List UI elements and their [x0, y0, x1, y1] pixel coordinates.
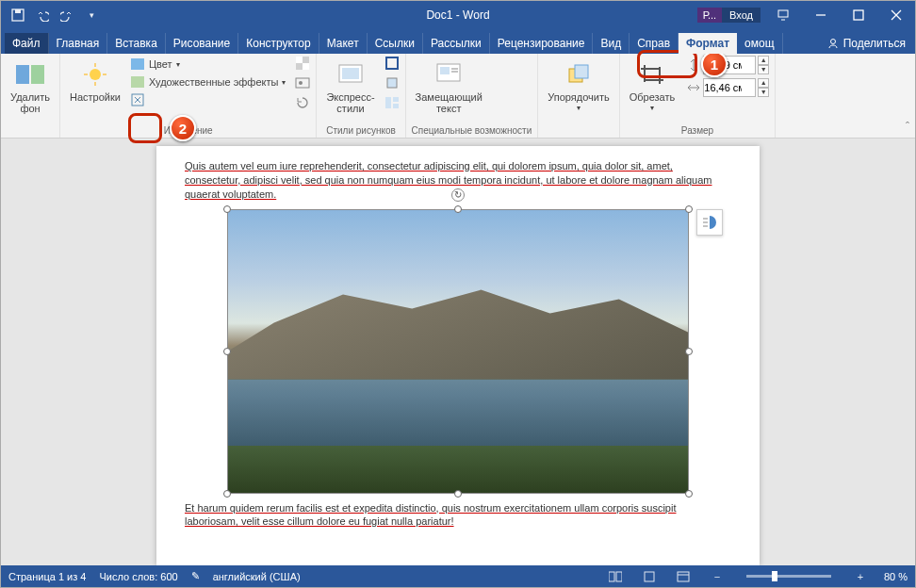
change-picture-icon[interactable]: [295, 75, 310, 90]
rotate-handle[interactable]: ↻: [451, 188, 465, 202]
zoom-value[interactable]: 80 %: [884, 571, 908, 582]
group-picture-styles: Экспресс- стили Стили рисунков: [317, 54, 405, 138]
svg-rect-2: [778, 10, 788, 17]
svg-rect-24: [342, 68, 359, 79]
resize-handle-tl[interactable]: [223, 205, 231, 213]
svg-rect-25: [386, 57, 398, 69]
page: Quis autem vel eum iure reprehenderit, c…: [156, 146, 760, 565]
resize-handle-tc[interactable]: [454, 205, 462, 213]
svg-rect-27: [385, 97, 391, 108]
svg-rect-41: [645, 572, 654, 581]
share-label: Поделиться: [843, 37, 906, 50]
status-proofing-icon[interactable]: ✎: [191, 570, 200, 582]
svg-rect-42: [678, 572, 689, 581]
zoom-slider[interactable]: [746, 575, 831, 578]
undo-icon[interactable]: [35, 8, 50, 23]
tab-home[interactable]: Главная: [49, 33, 108, 54]
tab-file[interactable]: Файл: [5, 33, 49, 54]
resize-handle-bl[interactable]: [223, 490, 231, 498]
width-field[interactable]: [703, 78, 756, 97]
alt-text-icon: [433, 59, 464, 90]
resize-handle-ml[interactable]: [223, 348, 231, 355]
close-icon[interactable]: [877, 1, 915, 29]
zoom-out-icon[interactable]: −: [707, 568, 728, 585]
status-page[interactable]: Страница 1 из 4: [8, 571, 86, 582]
compress-reset-row: [128, 91, 287, 108]
tab-format[interactable]: Формат: [679, 33, 737, 54]
view-web-icon[interactable]: [673, 568, 694, 585]
color-button[interactable]: Цвет▾: [128, 56, 287, 73]
tab-references[interactable]: Ссылки: [368, 33, 423, 54]
layout-options-icon: [701, 214, 718, 231]
tab-design[interactable]: Конструктор: [238, 33, 319, 54]
resize-handle-bc[interactable]: [454, 490, 462, 498]
status-language[interactable]: английский (США): [213, 571, 301, 582]
signin-button[interactable]: Вход: [722, 8, 761, 23]
maximize-icon[interactable]: [840, 1, 877, 29]
height-up[interactable]: ▲: [758, 56, 769, 65]
share-button[interactable]: Поделиться: [817, 33, 915, 54]
group-styles-label: Стили рисунков: [322, 125, 399, 138]
quick-styles-button[interactable]: Экспресс- стили: [322, 56, 378, 114]
svg-point-10: [90, 69, 101, 80]
ribbon: Удалить фон Настройки Цвет▾ Художественн…: [1, 54, 915, 139]
tutorial-marker-1: 1: [701, 51, 728, 77]
status-bar: Страница 1 из 4 Число слов: 600 ✎ англий…: [1, 565, 915, 587]
document-area[interactable]: Quis autem vel eum iure reprehenderit, c…: [1, 139, 915, 565]
resize-handle-tr[interactable]: [685, 205, 693, 213]
view-print-icon[interactable]: [639, 568, 660, 585]
qat-dropdown-icon[interactable]: ▾: [84, 8, 99, 23]
compress-icon[interactable]: [130, 92, 145, 107]
crop-button[interactable]: Обрезать▾: [626, 56, 679, 113]
width-up[interactable]: ▲: [758, 78, 769, 88]
tab-review[interactable]: Рецензирование: [490, 33, 594, 54]
group-removebg: Удалить фон: [1, 54, 60, 138]
contextual-tab-label: Р...: [697, 8, 722, 23]
svg-rect-4: [854, 10, 863, 20]
reset-picture-icon[interactable]: [295, 95, 310, 110]
status-words[interactable]: Число слов: 600: [99, 571, 177, 582]
paragraph-2[interactable]: Et harum quidem rerum facilis est et exp…: [185, 501, 731, 530]
svg-rect-15: [131, 58, 144, 70]
remove-background-button[interactable]: Удалить фон: [7, 56, 54, 114]
title-bar: ▾ Doc1 - Word Р... Вход: [1, 1, 915, 29]
crop-icon: [637, 59, 667, 90]
alt-text-button[interactable]: Замещающий текст: [412, 56, 486, 114]
transparency-icon[interactable]: [295, 56, 310, 71]
minimize-icon[interactable]: [802, 1, 840, 29]
remove-bg-icon: [15, 59, 45, 90]
arrange-button[interactable]: Упорядочить▾: [544, 56, 613, 113]
ribbon-options-icon[interactable]: [764, 1, 802, 29]
view-read-icon[interactable]: [605, 568, 626, 585]
artistic-icon: [130, 74, 145, 90]
redo-icon[interactable]: [59, 8, 74, 23]
zoom-thumb[interactable]: [772, 571, 777, 581]
layout-options-flyout[interactable]: [696, 209, 723, 236]
svg-rect-9: [31, 65, 44, 84]
resize-handle-br[interactable]: [685, 490, 693, 498]
selected-image-container[interactable]: ↻: [227, 209, 689, 494]
picture-effects-icon[interactable]: [384, 75, 400, 90]
artistic-effects-button[interactable]: Художественные эффекты▾: [128, 74, 287, 90]
tab-help[interactable]: Справ: [630, 33, 679, 54]
group-access-label: Специальные возможности: [412, 125, 532, 138]
tab-draw[interactable]: Рисование: [166, 33, 238, 54]
tab-more[interactable]: омощ: [737, 33, 782, 54]
height-down[interactable]: ▼: [758, 65, 769, 74]
selected-image[interactable]: [227, 209, 689, 494]
corrections-button[interactable]: Настройки: [66, 56, 124, 103]
tab-insert[interactable]: Вставка: [107, 33, 166, 54]
width-down[interactable]: ▼: [758, 88, 769, 97]
picture-border-icon[interactable]: [384, 56, 400, 71]
tab-layout[interactable]: Макет: [319, 33, 368, 54]
tab-view[interactable]: Вид: [593, 33, 630, 54]
zoom-in-icon[interactable]: +: [850, 568, 871, 585]
tab-mailings[interactable]: Рассылки: [423, 33, 490, 54]
picture-layout-icon[interactable]: [384, 95, 400, 110]
save-icon[interactable]: [10, 8, 25, 23]
resize-handle-mr[interactable]: [685, 348, 693, 355]
svg-rect-1: [15, 9, 21, 13]
width-input[interactable]: ▲▼: [686, 78, 769, 97]
height-input[interactable]: ▲▼: [686, 56, 769, 74]
collapse-ribbon-icon[interactable]: ˆ: [906, 121, 909, 134]
